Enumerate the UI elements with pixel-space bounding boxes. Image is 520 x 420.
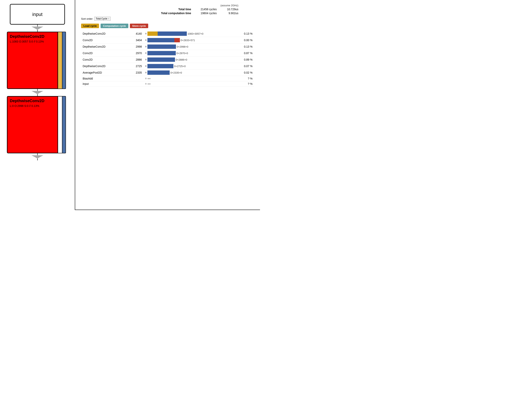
bar-cell: =0+2335+0 bbox=[143, 69, 236, 76]
table-row: Conv2D3404=0+2833+5710.00 % bbox=[81, 37, 254, 44]
sort-order-dir: ↑ bbox=[108, 17, 109, 20]
table-row: Conv2D2970=0+2970+00.87 % bbox=[81, 50, 254, 56]
chevron-down-icon-2 bbox=[31, 91, 43, 94]
connector-1 bbox=[10, 25, 65, 32]
connector-line-top-2 bbox=[37, 89, 38, 91]
table-row: BiasAdd= ++? % bbox=[81, 76, 254, 81]
percent-cell: 0.00 % bbox=[236, 37, 254, 44]
op-name-cell: Conv2D bbox=[81, 37, 128, 44]
bar-cell: = ++ bbox=[143, 81, 236, 87]
total-time-cycles: 21458 cycles bbox=[195, 8, 217, 11]
op-name-cell: Conv2D bbox=[81, 56, 128, 63]
sort-order-label: Sort order: bbox=[81, 17, 93, 20]
comp-bar-1 bbox=[62, 32, 66, 89]
connector-line-bottom-3 bbox=[37, 158, 38, 160]
layer-fill-2 bbox=[10, 107, 55, 151]
total-comp-row: Total computation time 19804 cycles 9.90… bbox=[81, 12, 238, 15]
layer-stats-2: L:0 O:2998 S:0 // 0.13% bbox=[10, 104, 55, 107]
bar-cell: = ++ bbox=[143, 76, 236, 81]
op-name-cell: DepthwiseConv2D bbox=[81, 30, 128, 37]
connector-2 bbox=[10, 89, 65, 96]
layer-title-2: DepthwiseConv2D bbox=[10, 99, 55, 103]
depthwise-conv2d-node-1: DepthwiseConv2D L:1083 O:3057 S:0 // 0.1… bbox=[7, 32, 68, 89]
stats-panel: (assume 2GHz) Total time 21458 cycles 10… bbox=[75, 0, 260, 210]
bar-cell: =1083+3057+0 bbox=[143, 30, 236, 37]
layer-title-1: DepthwiseConv2D bbox=[10, 34, 55, 39]
op-name-cell: Conv2D bbox=[81, 50, 128, 56]
svg-marker-2 bbox=[31, 155, 43, 158]
network-diagram: input DepthwiseConv2D L:1083 O:3057 S:0 … bbox=[0, 0, 75, 210]
load-bar-1 bbox=[58, 32, 62, 89]
layer-main-1: DepthwiseConv2D L:1083 O:3057 S:0 // 0.1… bbox=[7, 32, 58, 89]
cycle-count-cell: 2998 bbox=[128, 44, 143, 50]
op-name-cell: input bbox=[81, 81, 128, 87]
comp-cycle-legend: Computation cycle bbox=[101, 24, 128, 28]
assume-label: (assume 2GHz) bbox=[81, 4, 238, 7]
percent-cell: 0.87 % bbox=[236, 50, 254, 56]
layer-main-2: DepthwiseConv2D L:0 O:2998 S:0 // 0.13% bbox=[7, 96, 58, 153]
bar-cell: =0+2998+0 bbox=[143, 44, 236, 50]
cycle-count-cell bbox=[128, 76, 143, 81]
bar-cell: =0+2886+0 bbox=[143, 56, 236, 63]
sort-order-row: Sort order: Total Cycle ↑ bbox=[81, 17, 254, 21]
input-label: input bbox=[32, 12, 43, 17]
percent-cell: ? % bbox=[236, 76, 254, 81]
op-name-cell: DepthwiseConv2D bbox=[81, 63, 128, 69]
chevron-down-icon bbox=[31, 27, 43, 30]
table-row: DepthwiseConv2D4140=1083+3057+00.13 % bbox=[81, 30, 254, 37]
node-container: input DepthwiseConv2D L:1083 O:3057 S:0 … bbox=[0, 4, 75, 160]
cycle-count-cell: 3404 bbox=[128, 37, 143, 44]
percent-cell: 0.89 % bbox=[236, 56, 254, 63]
cycle-count-cell: 2335 bbox=[128, 69, 143, 76]
input-node: input bbox=[10, 4, 65, 25]
bar-cell: =0+2970+0 bbox=[143, 50, 236, 56]
table-row: DepthwiseConv2D2725=0+2725+00.07 % bbox=[81, 63, 254, 69]
connector-3 bbox=[10, 153, 65, 160]
sort-order-selector[interactable]: Total Cycle ↑ bbox=[94, 17, 111, 21]
percent-cell: ? % bbox=[236, 81, 254, 87]
connector-line-top bbox=[37, 25, 38, 27]
cycle-count-cell: 2886 bbox=[128, 56, 143, 63]
percent-cell: 0.07 % bbox=[236, 63, 254, 69]
cycle-count-cell bbox=[128, 81, 143, 87]
load-bar-2 bbox=[58, 96, 62, 153]
connector-line-top-3 bbox=[37, 153, 38, 155]
total-comp-us: 9.902us bbox=[221, 12, 238, 15]
total-time-label: Total time bbox=[152, 8, 191, 11]
cycle-count-cell: 2970 bbox=[128, 50, 143, 56]
legend-row: Load cycle Computation cycle Store cycle bbox=[81, 24, 254, 28]
percent-cell: 0.13 % bbox=[236, 44, 254, 50]
layer-fill-1 bbox=[10, 43, 55, 86]
table-row: AveragePool2D2335=0+2335+00.02 % bbox=[81, 69, 254, 76]
stats-header: (assume 2GHz) Total time 21458 cycles 10… bbox=[81, 4, 254, 15]
cycle-count-cell: 2725 bbox=[128, 63, 143, 69]
table-row: input= ++? % bbox=[81, 81, 254, 87]
percent-cell: 0.02 % bbox=[236, 69, 254, 76]
connector-line-bottom-2 bbox=[37, 94, 38, 96]
table-row: Conv2D2886=0+2886+00.89 % bbox=[81, 56, 254, 63]
svg-marker-1 bbox=[31, 91, 43, 94]
layer-stats-1: L:1083 O:3057 S:0 // 0.13% bbox=[10, 40, 55, 43]
op-name-cell: BiasAdd bbox=[81, 76, 128, 81]
load-cycle-legend: Load cycle bbox=[81, 24, 99, 28]
bar-cell: =0+2725+0 bbox=[143, 63, 236, 69]
comp-bar-2 bbox=[62, 96, 66, 153]
store-cycle-legend: Store cycle bbox=[130, 24, 148, 28]
table-row: DepthwiseConv2D2998=0+2998+00.13 % bbox=[81, 44, 254, 50]
total-time-us: 10.729us bbox=[221, 8, 238, 11]
bar-cell: =0+2833+571 bbox=[143, 37, 236, 44]
connector-line-bottom bbox=[37, 30, 38, 32]
depthwise-conv2d-node-2: DepthwiseConv2D L:0 O:2998 S:0 // 0.13% bbox=[7, 96, 68, 153]
chevron-down-icon-3 bbox=[31, 155, 43, 158]
sort-order-value: Total Cycle bbox=[96, 17, 107, 20]
op-name-cell: AveragePool2D bbox=[81, 69, 128, 76]
total-time-row: Total time 21458 cycles 10.729us bbox=[81, 8, 238, 11]
ops-table: DepthwiseConv2D4140=1083+3057+00.13 %Con… bbox=[81, 30, 254, 87]
total-comp-cycles: 19804 cycles bbox=[195, 12, 217, 15]
svg-marker-0 bbox=[31, 27, 43, 30]
total-comp-label: Total computation time bbox=[152, 12, 191, 15]
cycle-count-cell: 4140 bbox=[128, 30, 143, 37]
op-name-cell: DepthwiseConv2D bbox=[81, 44, 128, 50]
percent-cell: 0.13 % bbox=[236, 30, 254, 37]
